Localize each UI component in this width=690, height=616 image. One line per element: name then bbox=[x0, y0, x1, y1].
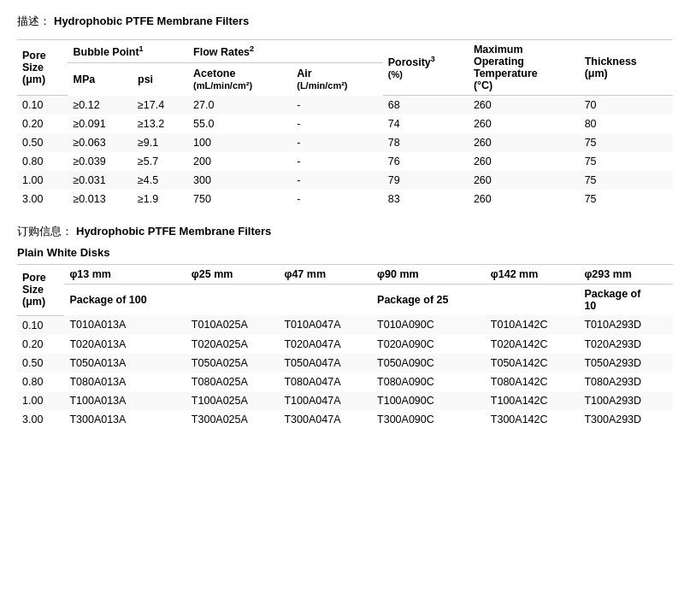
order-row: 0.20 T020A013A T020A025A T020A047A T020A… bbox=[17, 335, 673, 354]
order-pore-cell: 3.00 bbox=[17, 410, 64, 429]
acetone-cell: 55.0 bbox=[188, 114, 292, 133]
p47-cell: T080A047A bbox=[279, 373, 372, 391]
properties-header-row: Pore Size (μm) Bubble Point1 Flow Rates2… bbox=[17, 40, 673, 63]
p25-cell: T100A025A bbox=[186, 391, 280, 410]
order-row: 0.10 T010A013A T010A025A T010A047A T010A… bbox=[17, 315, 673, 335]
p47-cell: T300A047A bbox=[279, 410, 372, 429]
properties-table: Pore Size (μm) Bubble Point1 Flow Rates2… bbox=[17, 39, 673, 208]
p293-cell: T020A293D bbox=[579, 335, 673, 354]
p13-cell: T050A013A bbox=[64, 354, 186, 373]
air-cell: - bbox=[292, 190, 383, 208]
description-value: Hydrophobic PTFE Membrane Filters bbox=[54, 15, 249, 27]
thickness-cell: 75 bbox=[580, 152, 673, 171]
p25-cell: T020A025A bbox=[186, 335, 280, 354]
phi25-header: φ25 mm bbox=[186, 265, 280, 285]
p142-cell: T100A142C bbox=[486, 391, 580, 410]
pore-size-cell: 0.10 bbox=[17, 96, 68, 115]
acetone-cell: 27.0 bbox=[188, 96, 292, 115]
description-label: 描述： bbox=[17, 15, 50, 27]
temp-cell: 260 bbox=[469, 133, 580, 152]
phi47-pkg-header bbox=[279, 285, 372, 316]
properties-row: 3.00 ≥0.013 ≥1.9 750 - 83 260 75 bbox=[17, 190, 673, 208]
plain-white-title: Plain White Disks bbox=[17, 246, 673, 259]
air-cell: - bbox=[292, 133, 383, 152]
order-pore-cell: 0.10 bbox=[17, 315, 64, 335]
properties-row: 1.00 ≥0.031 ≥4.5 300 - 79 260 75 bbox=[17, 171, 673, 190]
psi-cell: ≥4.5 bbox=[133, 171, 188, 190]
porosity-cell: 79 bbox=[383, 171, 469, 190]
order-row: 0.80 T080A013A T080A025A T080A047A T080A… bbox=[17, 373, 673, 391]
p13-cell: T010A013A bbox=[64, 315, 186, 335]
p47-cell: T100A047A bbox=[279, 391, 372, 410]
properties-row: 0.20 ≥0.091 ≥13.2 55.0 - 74 260 80 bbox=[17, 114, 673, 133]
mpa-cell: ≥0.031 bbox=[68, 171, 133, 190]
order-row: 0.50 T050A013A T050A025A T050A047A T050A… bbox=[17, 354, 673, 373]
air-cell: - bbox=[292, 96, 383, 115]
thickness-cell: 75 bbox=[580, 190, 673, 208]
porosity-cell: 68 bbox=[383, 96, 469, 115]
air-cell: - bbox=[292, 114, 383, 133]
properties-row: 0.10 ≥0.12 ≥17.4 27.0 - 68 260 70 bbox=[17, 96, 673, 115]
acetone-header: Acetone(mL/min/cm²) bbox=[188, 62, 292, 95]
order-pore-size-header: PoreSize(μm) bbox=[17, 265, 64, 316]
acetone-cell: 750 bbox=[188, 190, 292, 208]
p142-cell: T010A142C bbox=[486, 315, 580, 335]
phi293-pkg-header: Package of10 bbox=[579, 285, 673, 316]
air-header: Air(L/min/cm²) bbox=[292, 62, 383, 95]
p293-cell: T080A293D bbox=[579, 373, 673, 391]
phi13-header: φ13 mm bbox=[64, 265, 186, 285]
p90-cell: T020A090C bbox=[372, 335, 486, 354]
temp-cell: 260 bbox=[469, 114, 580, 133]
psi-cell: ≥9.1 bbox=[133, 133, 188, 152]
properties-row: 0.50 ≥0.063 ≥9.1 100 - 78 260 75 bbox=[17, 133, 673, 152]
p13-cell: T080A013A bbox=[64, 373, 186, 391]
porosity-cell: 83 bbox=[383, 190, 469, 208]
p142-cell: T050A142C bbox=[486, 354, 580, 373]
psi-cell: ≥5.7 bbox=[133, 152, 188, 171]
properties-tbody: 0.10 ≥0.12 ≥17.4 27.0 - 68 260 70 0.20 ≥… bbox=[17, 96, 673, 209]
phi25-pkg-header bbox=[186, 285, 280, 316]
pore-size-cell: 0.20 bbox=[17, 114, 68, 133]
p47-cell: T010A047A bbox=[279, 315, 372, 335]
order-row: 1.00 T100A013A T100A025A T100A047A T100A… bbox=[17, 391, 673, 410]
phi90-pkg-header: Package of 25 bbox=[372, 285, 486, 316]
temp-cell: 260 bbox=[469, 171, 580, 190]
p25-cell: T010A025A bbox=[186, 315, 280, 335]
order-row: 3.00 T300A013A T300A025A T300A047A T300A… bbox=[17, 410, 673, 429]
mpa-header: MPa bbox=[68, 62, 133, 95]
order-pore-cell: 0.50 bbox=[17, 354, 64, 373]
temp-cell: 260 bbox=[469, 152, 580, 171]
temp-cell: 260 bbox=[469, 96, 580, 115]
pore-size-cell: 1.00 bbox=[17, 171, 68, 190]
bubble-point-header: Bubble Point1 bbox=[68, 40, 188, 63]
properties-row: 0.80 ≥0.039 ≥5.7 200 - 76 260 75 bbox=[17, 152, 673, 171]
p90-cell: T080A090C bbox=[372, 373, 486, 391]
acetone-cell: 300 bbox=[188, 171, 292, 190]
pore-size-cell: 0.50 bbox=[17, 133, 68, 152]
phi142-header: φ142 mm bbox=[486, 265, 580, 285]
p25-cell: T300A025A bbox=[186, 410, 280, 429]
porosity-cell: 74 bbox=[383, 114, 469, 133]
porosity-cell: 76 bbox=[383, 152, 469, 171]
order-pore-cell: 0.80 bbox=[17, 373, 64, 391]
psi-header: psi bbox=[133, 62, 188, 95]
psi-cell: ≥13.2 bbox=[133, 114, 188, 133]
order-header-row: PoreSize(μm) φ13 mm φ25 mm φ47 mm φ90 mm… bbox=[17, 265, 673, 285]
mpa-cell: ≥0.013 bbox=[68, 190, 133, 208]
p142-cell: T080A142C bbox=[486, 373, 580, 391]
order-subheader-row: Package of 100 Package of 25 Package of1… bbox=[17, 285, 673, 316]
pore-size-header: Pore Size (μm) bbox=[17, 40, 68, 96]
phi293-header: φ293 mm bbox=[579, 265, 673, 285]
p142-cell: T020A142C bbox=[486, 335, 580, 354]
p293-cell: T100A293D bbox=[579, 391, 673, 410]
mpa-cell: ≥0.12 bbox=[68, 96, 133, 115]
acetone-cell: 100 bbox=[188, 133, 292, 152]
p13-cell: T020A013A bbox=[64, 335, 186, 354]
phi90-header: φ90 mm bbox=[372, 265, 486, 285]
pore-size-cell: 0.80 bbox=[17, 152, 68, 171]
max-temp-header: MaximumOperatingTemperature(°C) bbox=[469, 40, 580, 96]
p293-cell: T050A293D bbox=[579, 354, 673, 373]
p13-cell: T300A013A bbox=[64, 410, 186, 429]
thickness-cell: 75 bbox=[580, 133, 673, 152]
p47-cell: T050A047A bbox=[279, 354, 372, 373]
